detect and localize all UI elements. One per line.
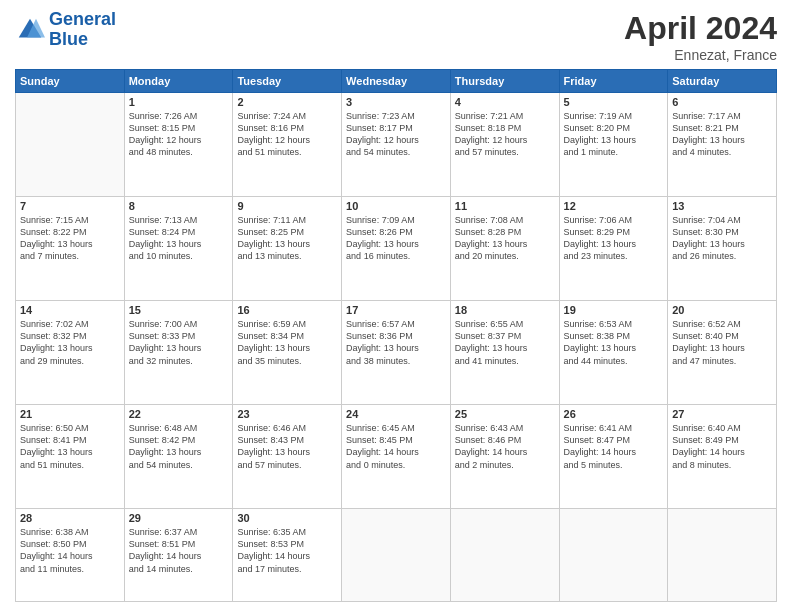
day-number: 23 xyxy=(237,408,337,420)
calendar-cell: 27Sunrise: 6:40 AM Sunset: 8:49 PM Dayli… xyxy=(668,405,777,509)
calendar-cell: 21Sunrise: 6:50 AM Sunset: 8:41 PM Dayli… xyxy=(16,405,125,509)
day-number: 12 xyxy=(564,200,664,212)
day-header-wednesday: Wednesday xyxy=(342,70,451,93)
calendar-cell: 5Sunrise: 7:19 AM Sunset: 8:20 PM Daylig… xyxy=(559,93,668,197)
logo-line1: General xyxy=(49,9,116,29)
day-info: Sunrise: 7:00 AM Sunset: 8:33 PM Dayligh… xyxy=(129,318,229,367)
day-number: 14 xyxy=(20,304,120,316)
day-info: Sunrise: 7:04 AM Sunset: 8:30 PM Dayligh… xyxy=(672,214,772,263)
calendar-cell xyxy=(16,93,125,197)
day-header-tuesday: Tuesday xyxy=(233,70,342,93)
day-info: Sunrise: 6:43 AM Sunset: 8:46 PM Dayligh… xyxy=(455,422,555,471)
calendar-cell: 4Sunrise: 7:21 AM Sunset: 8:18 PM Daylig… xyxy=(450,93,559,197)
day-number: 25 xyxy=(455,408,555,420)
calendar-cell: 2Sunrise: 7:24 AM Sunset: 8:16 PM Daylig… xyxy=(233,93,342,197)
calendar-cell: 23Sunrise: 6:46 AM Sunset: 8:43 PM Dayli… xyxy=(233,405,342,509)
day-number: 19 xyxy=(564,304,664,316)
page: General Blue April 2024 Ennezat, France … xyxy=(0,0,792,612)
day-info: Sunrise: 6:50 AM Sunset: 8:41 PM Dayligh… xyxy=(20,422,120,471)
logo-icon xyxy=(15,15,45,45)
calendar-cell: 6Sunrise: 7:17 AM Sunset: 8:21 PM Daylig… xyxy=(668,93,777,197)
calendar-cell: 24Sunrise: 6:45 AM Sunset: 8:45 PM Dayli… xyxy=(342,405,451,509)
calendar-cell xyxy=(342,509,451,602)
day-number: 30 xyxy=(237,512,337,524)
day-info: Sunrise: 7:06 AM Sunset: 8:29 PM Dayligh… xyxy=(564,214,664,263)
day-number: 27 xyxy=(672,408,772,420)
day-info: Sunrise: 7:21 AM Sunset: 8:18 PM Dayligh… xyxy=(455,110,555,159)
day-number: 18 xyxy=(455,304,555,316)
day-number: 7 xyxy=(20,200,120,212)
calendar-cell: 10Sunrise: 7:09 AM Sunset: 8:26 PM Dayli… xyxy=(342,197,451,301)
location: Ennezat, France xyxy=(624,47,777,63)
calendar-cell: 25Sunrise: 6:43 AM Sunset: 8:46 PM Dayli… xyxy=(450,405,559,509)
day-info: Sunrise: 7:19 AM Sunset: 8:20 PM Dayligh… xyxy=(564,110,664,159)
logo: General Blue xyxy=(15,10,116,50)
calendar-cell: 26Sunrise: 6:41 AM Sunset: 8:47 PM Dayli… xyxy=(559,405,668,509)
day-header-thursday: Thursday xyxy=(450,70,559,93)
day-info: Sunrise: 6:35 AM Sunset: 8:53 PM Dayligh… xyxy=(237,526,337,575)
day-info: Sunrise: 7:13 AM Sunset: 8:24 PM Dayligh… xyxy=(129,214,229,263)
day-info: Sunrise: 7:17 AM Sunset: 8:21 PM Dayligh… xyxy=(672,110,772,159)
calendar-cell: 14Sunrise: 7:02 AM Sunset: 8:32 PM Dayli… xyxy=(16,301,125,405)
day-info: Sunrise: 6:41 AM Sunset: 8:47 PM Dayligh… xyxy=(564,422,664,471)
day-number: 20 xyxy=(672,304,772,316)
day-number: 10 xyxy=(346,200,446,212)
day-info: Sunrise: 6:53 AM Sunset: 8:38 PM Dayligh… xyxy=(564,318,664,367)
calendar-cell: 12Sunrise: 7:06 AM Sunset: 8:29 PM Dayli… xyxy=(559,197,668,301)
calendar-cell xyxy=(559,509,668,602)
day-header-friday: Friday xyxy=(559,70,668,93)
logo-line2: Blue xyxy=(49,29,88,49)
logo-text: General Blue xyxy=(49,10,116,50)
day-info: Sunrise: 7:09 AM Sunset: 8:26 PM Dayligh… xyxy=(346,214,446,263)
day-number: 13 xyxy=(672,200,772,212)
calendar-cell: 19Sunrise: 6:53 AM Sunset: 8:38 PM Dayli… xyxy=(559,301,668,405)
day-number: 17 xyxy=(346,304,446,316)
day-number: 6 xyxy=(672,96,772,108)
calendar-cell: 13Sunrise: 7:04 AM Sunset: 8:30 PM Dayli… xyxy=(668,197,777,301)
day-number: 2 xyxy=(237,96,337,108)
calendar-cell: 22Sunrise: 6:48 AM Sunset: 8:42 PM Dayli… xyxy=(124,405,233,509)
day-info: Sunrise: 7:11 AM Sunset: 8:25 PM Dayligh… xyxy=(237,214,337,263)
day-header-saturday: Saturday xyxy=(668,70,777,93)
day-info: Sunrise: 6:38 AM Sunset: 8:50 PM Dayligh… xyxy=(20,526,120,575)
day-number: 11 xyxy=(455,200,555,212)
header: General Blue April 2024 Ennezat, France xyxy=(15,10,777,63)
calendar-cell: 28Sunrise: 6:38 AM Sunset: 8:50 PM Dayli… xyxy=(16,509,125,602)
day-number: 1 xyxy=(129,96,229,108)
month-title: April 2024 xyxy=(624,10,777,47)
calendar-cell: 11Sunrise: 7:08 AM Sunset: 8:28 PM Dayli… xyxy=(450,197,559,301)
calendar-cell: 8Sunrise: 7:13 AM Sunset: 8:24 PM Daylig… xyxy=(124,197,233,301)
calendar-cell: 18Sunrise: 6:55 AM Sunset: 8:37 PM Dayli… xyxy=(450,301,559,405)
day-number: 15 xyxy=(129,304,229,316)
day-number: 16 xyxy=(237,304,337,316)
day-info: Sunrise: 6:48 AM Sunset: 8:42 PM Dayligh… xyxy=(129,422,229,471)
day-info: Sunrise: 7:15 AM Sunset: 8:22 PM Dayligh… xyxy=(20,214,120,263)
calendar-cell: 7Sunrise: 7:15 AM Sunset: 8:22 PM Daylig… xyxy=(16,197,125,301)
calendar-cell: 3Sunrise: 7:23 AM Sunset: 8:17 PM Daylig… xyxy=(342,93,451,197)
day-info: Sunrise: 6:46 AM Sunset: 8:43 PM Dayligh… xyxy=(237,422,337,471)
day-info: Sunrise: 7:02 AM Sunset: 8:32 PM Dayligh… xyxy=(20,318,120,367)
calendar-cell: 20Sunrise: 6:52 AM Sunset: 8:40 PM Dayli… xyxy=(668,301,777,405)
day-info: Sunrise: 6:57 AM Sunset: 8:36 PM Dayligh… xyxy=(346,318,446,367)
day-info: Sunrise: 7:23 AM Sunset: 8:17 PM Dayligh… xyxy=(346,110,446,159)
calendar-cell xyxy=(450,509,559,602)
calendar-cell: 17Sunrise: 6:57 AM Sunset: 8:36 PM Dayli… xyxy=(342,301,451,405)
day-info: Sunrise: 7:26 AM Sunset: 8:15 PM Dayligh… xyxy=(129,110,229,159)
calendar-cell xyxy=(668,509,777,602)
title-block: April 2024 Ennezat, France xyxy=(624,10,777,63)
day-number: 21 xyxy=(20,408,120,420)
day-number: 4 xyxy=(455,96,555,108)
day-info: Sunrise: 6:40 AM Sunset: 8:49 PM Dayligh… xyxy=(672,422,772,471)
day-info: Sunrise: 7:24 AM Sunset: 8:16 PM Dayligh… xyxy=(237,110,337,159)
calendar-cell: 15Sunrise: 7:00 AM Sunset: 8:33 PM Dayli… xyxy=(124,301,233,405)
day-header-monday: Monday xyxy=(124,70,233,93)
day-number: 24 xyxy=(346,408,446,420)
day-info: Sunrise: 6:45 AM Sunset: 8:45 PM Dayligh… xyxy=(346,422,446,471)
calendar-cell: 16Sunrise: 6:59 AM Sunset: 8:34 PM Dayli… xyxy=(233,301,342,405)
calendar-cell: 29Sunrise: 6:37 AM Sunset: 8:51 PM Dayli… xyxy=(124,509,233,602)
calendar-cell: 9Sunrise: 7:11 AM Sunset: 8:25 PM Daylig… xyxy=(233,197,342,301)
calendar-table: SundayMondayTuesdayWednesdayThursdayFrid… xyxy=(15,69,777,602)
day-info: Sunrise: 7:08 AM Sunset: 8:28 PM Dayligh… xyxy=(455,214,555,263)
day-info: Sunrise: 6:59 AM Sunset: 8:34 PM Dayligh… xyxy=(237,318,337,367)
day-number: 29 xyxy=(129,512,229,524)
